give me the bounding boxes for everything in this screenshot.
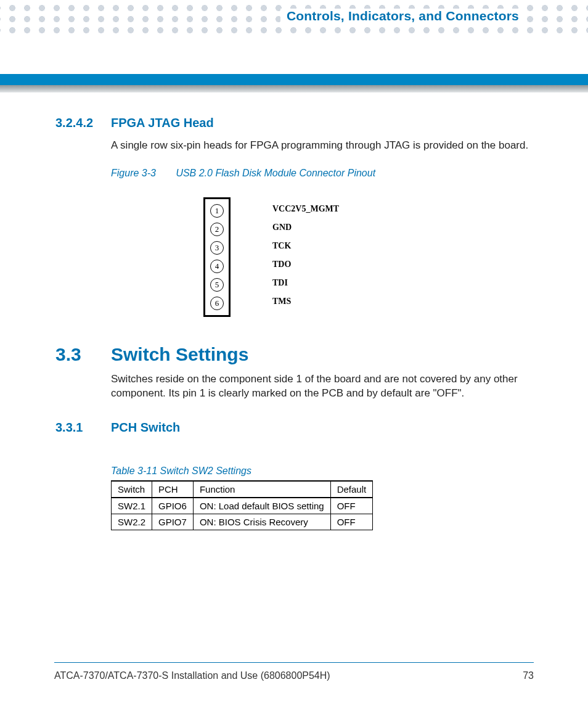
pin-label-6: TMS [272, 292, 339, 311]
pin-3: 3 [210, 241, 224, 255]
footer-page-number: 73 [523, 670, 534, 681]
table-header: Default [330, 481, 373, 498]
table-cell: OFF [330, 514, 373, 530]
header-blue-bar [0, 74, 588, 85]
figure-caption: Figure 3-3 USB 2.0 Flash Disk Module Con… [111, 168, 533, 179]
table-row: SW2.2 GPIO7 ON: BIOS Crisis Recovery OFF [112, 514, 373, 530]
table-header: PCH [152, 481, 194, 498]
pinout-diagram: 1 2 3 4 5 6 VCC2V5_MGMT GND TCK TDO TDI … [203, 197, 533, 317]
table-header: Switch [112, 481, 152, 498]
header-gray-bar [0, 85, 588, 92]
section-number: 3.2.4.2 [55, 116, 111, 130]
table-cell: SW2.1 [112, 498, 152, 514]
section-3242-body: A single row six-pin heads for FPGA prog… [111, 139, 533, 153]
section-number: 3.3 [55, 344, 111, 365]
table-row: SW2.1 GPIO6 ON: Load default BIOS settin… [112, 498, 373, 514]
chapter-title: Controls, Indicators, and Connectors [280, 9, 525, 23]
section-title: Switch Settings [111, 344, 248, 365]
section-title: PCH Switch [111, 421, 180, 435]
pin-2: 2 [210, 223, 224, 236]
pin-6: 6 [210, 297, 224, 310]
table-cell: GPIO7 [152, 514, 194, 530]
page-content: 3.2.4.2 FPGA JTAG Head A single row six-… [55, 116, 533, 530]
pin-label-1: VCC2V5_MGMT [272, 200, 339, 218]
pin-connector: 1 2 3 4 5 6 [203, 197, 231, 317]
footer-rule [54, 662, 534, 663]
section-331-heading: 3.3.1 PCH Switch [55, 421, 533, 435]
figure-title: USB 2.0 Flash Disk Module Connector Pino… [176, 168, 375, 178]
section-number: 3.3.1 [55, 421, 111, 435]
table-header-row: Switch PCH Function Default [112, 481, 373, 498]
table-cell: ON: Load default BIOS setting [193, 498, 330, 514]
figure-label: Figure 3-3 [111, 168, 156, 178]
pin-label-2: GND [272, 218, 339, 237]
pin-labels: VCC2V5_MGMT GND TCK TDO TDI TMS [272, 197, 339, 311]
table-cell: ON: BIOS Crisis Recovery [193, 514, 330, 530]
table-cell: OFF [330, 498, 373, 514]
section-33-body: Switches reside on the component side 1 … [111, 372, 533, 401]
section-3242-heading: 3.2.4.2 FPGA JTAG Head [55, 116, 533, 130]
table-header: Function [193, 481, 330, 498]
table-cell: GPIO6 [152, 498, 194, 514]
pin-5: 5 [210, 278, 224, 292]
switch-table: Switch PCH Function Default SW2.1 GPIO6 … [111, 480, 373, 530]
table-caption: Table 3-11 Switch SW2 Settings [111, 466, 533, 477]
pin-label-3: TCK [272, 237, 339, 255]
section-33-heading: 3.3 Switch Settings [55, 344, 533, 365]
pin-label-5: TDI [272, 274, 339, 292]
footer-doc-id: ATCA-7370/ATCA-7370-S Installation and U… [54, 670, 330, 681]
pin-1: 1 [210, 204, 224, 218]
section-title: FPGA JTAG Head [111, 116, 214, 130]
pin-4: 4 [210, 260, 224, 273]
pin-label-4: TDO [272, 255, 339, 274]
table-cell: SW2.2 [112, 514, 152, 530]
